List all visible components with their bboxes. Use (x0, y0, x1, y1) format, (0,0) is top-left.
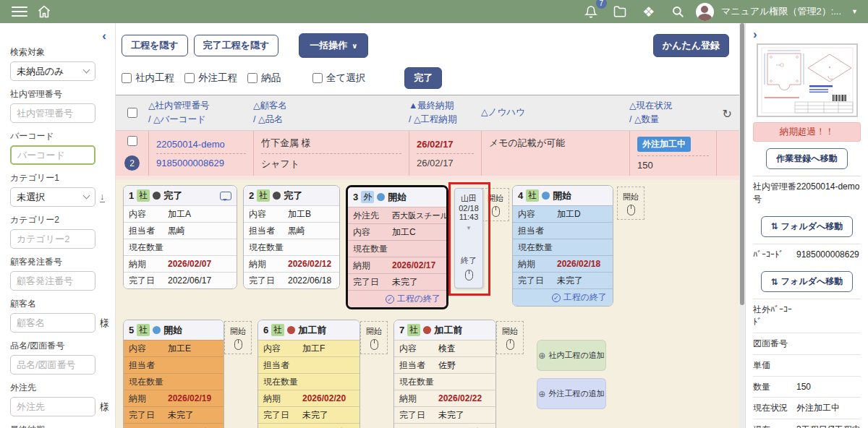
notifications-bell-icon[interactable]: 7 (580, 1, 602, 22)
home-icon[interactable] (33, 1, 55, 22)
avatar[interactable] (696, 3, 714, 21)
search-icon[interactable] (667, 1, 689, 22)
status-dot-started (377, 193, 385, 201)
process-card-2[interactable]: 2社完了 内容加工B 担当者黒崎 現在数量 納期2026/02/12 完了日20… (243, 185, 340, 289)
bulk-operation-button[interactable]: 一括操作∨ (299, 33, 368, 58)
search-sidebar: ‹ 検索対象 未納品のみ 社内管理番号 バーコード カテゴリー1 未選択 ↓ カ… (0, 23, 116, 428)
col-kanri-header[interactable]: △社内管理番号/ △バーコード (148, 99, 253, 127)
checkbox (247, 73, 258, 83)
row-count-badge: 2 (124, 155, 140, 171)
worker-action-popup: 山田 02/18 11:43 ▼ 終了 (454, 188, 483, 288)
go-to-work-register-button[interactable]: 作業登録へ移動 (766, 148, 847, 169)
move-to-folder-button[interactable]: ⇅フォルダへ移動 (761, 271, 853, 292)
customer-order-label: 顧客発注番号 (10, 256, 106, 268)
customer-name-label: 顧客名 (10, 298, 106, 310)
internal-type-badge: 社 (526, 189, 539, 202)
user-menu-caret-icon[interactable]: ▼ (851, 8, 858, 15)
checkbox-internal-process[interactable]: 社内工程 (122, 72, 174, 85)
start-process-button[interactable]: 開始 (617, 187, 644, 220)
scrollbar-thumb[interactable] (740, 23, 744, 305)
folder-icon[interactable] (609, 1, 631, 22)
end-process-link[interactable]: ✓工程の終了 (394, 423, 495, 428)
process-card-3-active[interactable]: 3外開始 外注先西大阪スチール様 内容加工C 現在数量 納期2026/02/17… (346, 185, 448, 309)
dropbox-icon[interactable]: ❖ (638, 1, 660, 22)
category2-label: カテゴリー2 (10, 214, 106, 226)
detail-sidebar: › 納期超過！！ 作業登録へ移動 (745, 23, 868, 428)
checkbox (312, 73, 323, 83)
hide-process-button[interactable]: 工程を隠す (122, 35, 188, 56)
sort-descending-icon[interactable]: ↓ (100, 192, 105, 202)
mouse-icon (234, 339, 242, 350)
internal-type-badge: 社 (271, 324, 284, 336)
vendor-input[interactable] (10, 397, 95, 416)
add-external-process-button[interactable]: ⊕外注工程の追加 (537, 378, 606, 409)
category1-select[interactable]: 未選択 (10, 187, 95, 207)
process-card-4[interactable]: 4社開始 内容加工D 担当者 現在数量 納期2026/02/18 完了日未完了 … (512, 185, 613, 307)
checkbox-external-process[interactable]: 外注工程 (184, 72, 237, 85)
add-internal-process-button[interactable]: ⊕社内工程の追加 (537, 340, 606, 371)
comment-icon[interactable] (220, 192, 231, 200)
sidebar-expand-icon[interactable]: › (753, 27, 757, 41)
vertical-scrollbar[interactable] (739, 23, 745, 428)
kanri-input[interactable] (10, 103, 95, 123)
hide-done-process-button[interactable]: 完了工程を隠す (194, 35, 279, 56)
product-label: 品名/図面番号 (10, 340, 106, 352)
end-process-link[interactable]: ✓工程の終了 (513, 288, 613, 306)
external-type-badge: 外 (361, 191, 374, 203)
start-process-button[interactable]: 開始 (482, 188, 509, 221)
end-process-link[interactable]: ✓工程の終了 (124, 423, 224, 428)
folder-move-icon: ⇅ (771, 221, 778, 231)
final-due-date: 26/02/17 (417, 139, 474, 154)
start-process-button[interactable]: 開始 (496, 321, 524, 354)
checkbox-select-all[interactable]: 全て選択 (312, 72, 365, 85)
order-barcode-link[interactable]: 9185000008629 (156, 158, 246, 168)
status-dot-before (287, 326, 295, 334)
detail-row-barcode: ﾊﾞｰｺｰﾄﾞ9185000008629 (753, 244, 861, 265)
done-button[interactable]: 完了 (404, 67, 442, 89)
end-process-link[interactable]: ✓工程の終了 (348, 290, 446, 307)
status-dot-done (153, 192, 161, 200)
search-target-select[interactable]: 未納品のみ (10, 61, 95, 81)
sidebar-collapse-icon[interactable]: ‹ (102, 29, 106, 43)
customer-name-input[interactable] (10, 313, 95, 333)
detail-row-kanri: 社内管理番号22050014-demo (753, 176, 861, 210)
checkbox (122, 73, 132, 83)
select-all-rows-checkbox[interactable] (127, 108, 137, 118)
category2-input[interactable] (10, 229, 95, 249)
easy-register-button[interactable]: かんたん登録 (653, 34, 729, 57)
col-status-header[interactable]: △現在状況/ △数量 (629, 99, 716, 127)
order-row[interactable]: 2 22050014-demo 9185000008629 竹下金属 様 シャフ… (116, 131, 739, 176)
customer-order-input[interactable] (10, 271, 95, 291)
check-circle-icon: ✓ (552, 294, 561, 302)
customer-name: 竹下金属 様 (261, 137, 401, 154)
drawing-thumbnail[interactable] (757, 43, 858, 117)
topbar: 7 ❖ マニュアル権限（管理2）:... ▼ (0, 0, 868, 23)
end-process-link[interactable]: ✓工程の終了 (258, 423, 359, 428)
status-dot-done (273, 192, 281, 200)
process-card-5[interactable]: 5社開始 内容加工E 担当者 現在数量 納期2026/02/19 完了日未完了 … (123, 320, 224, 428)
plus-circle-icon: ⊕ (538, 351, 545, 361)
end-action-button[interactable]: 終了 (461, 255, 477, 266)
process-card-1[interactable]: 1社完了 内容加工A 担当者黒崎 現在数量 納期2026/02/07 完了日20… (123, 185, 237, 289)
start-process-button[interactable]: 開始 (224, 321, 252, 354)
checkbox-delivery[interactable]: 納品 (247, 72, 281, 85)
refresh-icon[interactable]: ↻ (723, 107, 732, 121)
process-card-7[interactable]: 7社加工前 内容検査 担当者佐野 現在数量 納期2026/02/22 完了日未完… (393, 320, 496, 428)
internal-type-badge: 社 (137, 324, 150, 336)
kanri-label: 社内管理番号 (10, 88, 106, 100)
col-due-header[interactable]: ▲最終納期/ △工程納期 (409, 99, 481, 127)
checkbox (184, 73, 195, 83)
barcode-input[interactable] (10, 145, 95, 165)
row-checkbox[interactable] (127, 136, 137, 146)
menu-icon[interactable] (12, 7, 27, 17)
mouse-icon (465, 270, 473, 281)
move-to-folder-button[interactable]: ⇅フォルダへ移動 (761, 216, 853, 237)
quantity-value: 150 (637, 160, 709, 171)
col-customer-header[interactable]: △顧客名/ △品名 (253, 99, 409, 127)
col-knowhow-header[interactable]: △ノウハウ (481, 106, 629, 120)
start-process-button[interactable]: 開始 (360, 321, 388, 354)
detail-row-progress: 現在3工程目/7工程中 (753, 419, 861, 428)
order-id-link[interactable]: 22050014-demo (156, 139, 246, 154)
product-input[interactable] (10, 355, 95, 374)
process-card-6[interactable]: 6社加工前 内容加工F 担当者 現在数量 納期2026/02/20 完了日未完了… (258, 320, 360, 428)
